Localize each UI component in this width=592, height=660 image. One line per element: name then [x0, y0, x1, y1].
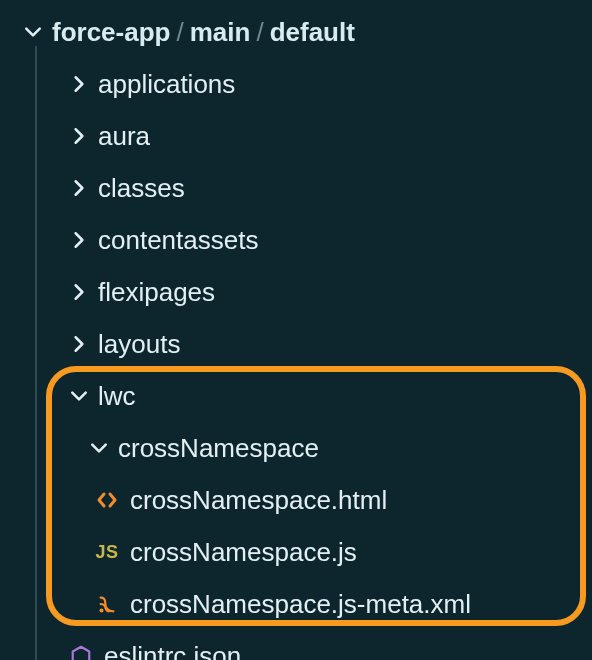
chevron-down-icon[interactable] — [20, 23, 46, 41]
folder-row-flexipages[interactable]: flexipages — [0, 266, 592, 318]
file-label: crossNamespace.js — [130, 537, 357, 568]
svg-marker-1 — [73, 647, 90, 660]
breadcrumb-segment: default — [270, 17, 355, 48]
file-row-eslintrc[interactable]: eslintrc.json — [0, 630, 592, 660]
chevron-right-icon[interactable] — [66, 335, 92, 353]
folder-label: lwc — [98, 381, 136, 412]
chevron-right-icon[interactable] — [66, 283, 92, 301]
folder-row-aura[interactable]: aura — [0, 110, 592, 162]
chevron-down-icon[interactable] — [86, 439, 112, 457]
folder-label: applications — [98, 69, 235, 100]
breadcrumb-separator: / — [256, 17, 263, 48]
folder-label: classes — [98, 173, 185, 204]
file-row-crossnamespace-js[interactable]: JS crossNamespace.js — [0, 526, 592, 578]
file-tree: force-app / main / default applications … — [0, 0, 592, 660]
folder-label: aura — [98, 121, 150, 152]
folder-row-lwc[interactable]: lwc — [0, 370, 592, 422]
svg-point-0 — [99, 608, 103, 612]
xml-file-icon — [92, 593, 122, 615]
folder-label: flexipages — [98, 277, 215, 308]
eslint-file-icon — [66, 645, 96, 660]
html-file-icon — [92, 488, 122, 512]
folder-label: contentassets — [98, 225, 258, 256]
file-row-crossnamespace-meta-xml[interactable]: crossNamespace.js-meta.xml — [0, 578, 592, 630]
chevron-right-icon[interactable] — [66, 231, 92, 249]
js-file-icon: JS — [92, 542, 122, 563]
folder-row-crossnamespace[interactable]: crossNamespace — [0, 422, 592, 474]
breadcrumb-segment: main — [190, 17, 251, 48]
folder-label: crossNamespace — [118, 433, 319, 464]
file-label: crossNamespace.html — [130, 485, 387, 516]
file-label: crossNamespace.js-meta.xml — [130, 589, 471, 620]
folder-row-applications[interactable]: applications — [0, 58, 592, 110]
chevron-right-icon[interactable] — [66, 179, 92, 197]
chevron-right-icon[interactable] — [66, 75, 92, 93]
folder-label: layouts — [98, 329, 180, 360]
breadcrumb-separator: / — [176, 17, 183, 48]
chevron-down-icon[interactable] — [66, 387, 92, 405]
folder-row-layouts[interactable]: layouts — [0, 318, 592, 370]
folder-row-classes[interactable]: classes — [0, 162, 592, 214]
file-row-crossnamespace-html[interactable]: crossNamespace.html — [0, 474, 592, 526]
chevron-right-icon[interactable] — [66, 127, 92, 145]
file-label: eslintrc.json — [104, 641, 241, 661]
breadcrumb-segment: force-app — [52, 17, 170, 48]
breadcrumb: force-app / main / default — [52, 17, 355, 48]
folder-row-contentassets[interactable]: contentassets — [0, 214, 592, 266]
folder-row-root[interactable]: force-app / main / default — [0, 6, 592, 58]
